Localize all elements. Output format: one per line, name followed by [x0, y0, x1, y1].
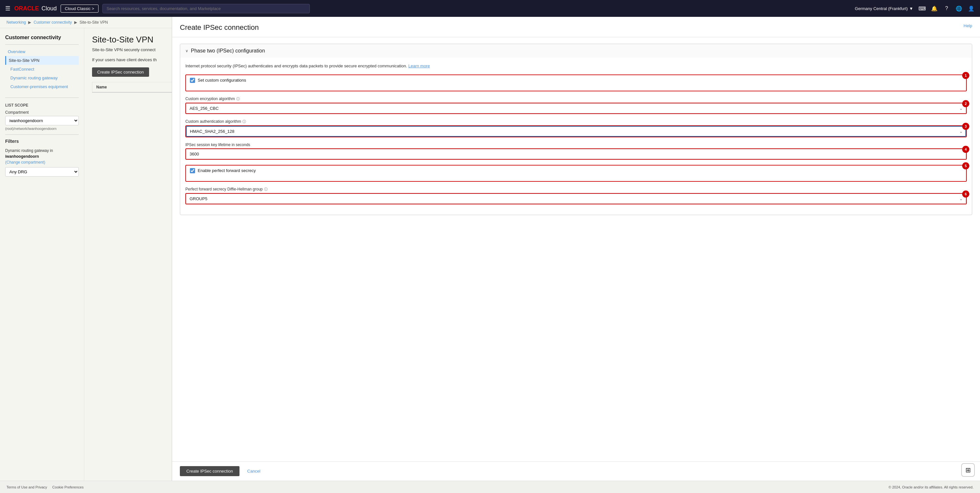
- sidebar-title: Customer connectivity: [5, 35, 79, 45]
- breadcrumb-current: Site-to-Site VPN: [80, 20, 108, 25]
- compartment-path: (root)/network/iwanhoogendoorn: [5, 127, 79, 130]
- step-badge-1: 1: [962, 72, 969, 79]
- session-key-label: IPSec session key lifetime in seconds: [185, 143, 967, 147]
- sidebar-link-cpe[interactable]: Customer-premises equipment: [10, 84, 68, 89]
- region-selector[interactable]: Germany Central (Frankfurt) ▼: [855, 6, 913, 11]
- pfs-label: Enable perfect forward secrecy: [198, 168, 256, 173]
- sidebar-link-drg[interactable]: Dynamic routing gateway: [10, 76, 58, 80]
- encryption-highlight: 2 AES_256_CBC: [185, 103, 967, 114]
- help-widget-icon: ⊞: [966, 466, 971, 474]
- pfs-highlight: 5 Enable perfect forward secrecy: [185, 165, 967, 182]
- cancel-button[interactable]: Cancel: [243, 466, 264, 476]
- encryption-info-icon: ⓘ: [236, 97, 240, 101]
- sidebar-link-fastconnect[interactable]: FastConnect: [10, 67, 34, 71]
- notification-icon[interactable]: 🔔: [931, 5, 938, 12]
- set-custom-label: Set custom configurations: [198, 78, 246, 82]
- breadcrumb-sep-2: ▶: [74, 20, 78, 25]
- create-ipsec-connection-button[interactable]: Create IPSec connection: [92, 67, 149, 77]
- oracle-text: ORACLE: [14, 5, 39, 12]
- dh-group-label: Perfect forward secrecy Diffie-Hellman g…: [185, 187, 967, 192]
- step-badge-6: 6: [962, 190, 969, 198]
- copyright-text: © 2024, Oracle and/or its affiliates. Al…: [889, 485, 974, 489]
- phase-two-content: Internet protocol security (IPSec) authe…: [180, 58, 972, 215]
- dh-group-group: Perfect forward secrecy Diffie-Hellman g…: [185, 187, 967, 204]
- step-badge-3: 3: [962, 123, 969, 130]
- dh-group-info-icon: ⓘ: [264, 187, 268, 192]
- oracle-logo: ORACLE Cloud: [14, 5, 57, 12]
- set-custom-checkbox-row: Set custom configurations: [190, 78, 962, 83]
- top-navigation: ☰ ORACLE Cloud Cloud Classic > Germany C…: [0, 0, 980, 17]
- sidebar: Customer connectivity Overview Site-to-S…: [0, 28, 84, 493]
- dh-group-highlight: 6 GROUP5: [185, 193, 967, 204]
- drg-info: Dynamic routing gateway in iwanhoogendoo…: [5, 148, 79, 165]
- auth-highlight: 3 HMAC_SHA2_256_128: [185, 125, 967, 137]
- drg-select[interactable]: Any DRG: [5, 167, 79, 176]
- sidebar-nav: Overview Site-to-Site VPN FastConnect Dy…: [5, 47, 79, 91]
- cloud-classic-button[interactable]: Cloud Classic >: [60, 5, 99, 13]
- step-badge-5: 5: [962, 162, 969, 170]
- ipsec-info-text: Internet protocol security (IPSec) authe…: [185, 63, 967, 69]
- auth-select-wrapper: HMAC_SHA2_256_128: [186, 126, 966, 137]
- sidebar-link-overview[interactable]: Overview: [8, 49, 25, 54]
- encryption-group: Custom encryption algorithm ⓘ 2 AES_256_…: [185, 97, 967, 114]
- sidebar-item-site-to-site-vpn[interactable]: Site-to-Site VPN: [5, 56, 79, 65]
- search-input[interactable]: [102, 4, 310, 13]
- topnav-right: Germany Central (Frankfurt) ▼ ⌨ 🔔 ? 🌐 👤: [855, 5, 975, 12]
- sidebar-item-drg[interactable]: Dynamic routing gateway: [5, 73, 79, 82]
- sidebar-item-fastconnect[interactable]: FastConnect: [5, 65, 79, 73]
- phase-two-header[interactable]: ∨ Phase two (IPSec) configuration: [180, 44, 972, 58]
- sidebar-divider-2: [5, 135, 79, 135]
- panel-body: ∨ Phase two (IPSec) configuration Intern…: [172, 37, 980, 461]
- user-avatar[interactable]: 👤: [968, 5, 975, 12]
- dh-group-select[interactable]: GROUP5: [186, 194, 966, 204]
- footer-links: Terms of Use and Privacy Cookie Preferen…: [6, 485, 84, 489]
- session-key-highlight: 4: [185, 148, 967, 160]
- create-ipsec-footer-button[interactable]: Create IPSec connection: [180, 466, 240, 476]
- step-badge-4: 4: [962, 146, 969, 153]
- step-badge-2: 2: [962, 100, 969, 107]
- auth-label: Custom authentication algorithm ⓘ: [185, 119, 967, 124]
- sidebar-item-cpe[interactable]: Customer-premises equipment: [5, 82, 79, 91]
- compartment-label: Compartment: [5, 110, 79, 115]
- auth-group: Custom authentication algorithm ⓘ 3 HMAC…: [185, 119, 967, 137]
- dh-group-select-wrapper: GROUP5: [186, 194, 966, 204]
- terms-link[interactable]: Terms of Use and Privacy: [6, 485, 47, 489]
- breadcrumb-customer-connectivity[interactable]: Customer connectivity: [34, 20, 72, 25]
- session-key-group: IPSec session key lifetime in seconds 4: [185, 143, 967, 160]
- encryption-select[interactable]: AES_256_CBC: [186, 103, 966, 113]
- drg-info-name: iwanhoogendoorn: [5, 154, 39, 159]
- phase-two-section: ∨ Phase two (IPSec) configuration Intern…: [180, 44, 972, 215]
- filters-label: Filters: [5, 139, 79, 144]
- page-footer: Terms of Use and Privacy Cookie Preferen…: [0, 481, 980, 493]
- breadcrumb-networking[interactable]: Networking: [6, 20, 26, 25]
- breadcrumb-sep-1: ▶: [28, 20, 32, 25]
- drg-change-compartment-link[interactable]: (Change compartment): [5, 160, 45, 165]
- pfs-checkbox[interactable]: [190, 168, 195, 173]
- list-scope-label: List scope: [5, 103, 79, 108]
- session-key-input[interactable]: [186, 149, 966, 159]
- create-ipsec-panel: Create IPSec connection Help ∨ Phase two…: [172, 17, 980, 481]
- encryption-select-wrapper: AES_256_CBC: [186, 103, 966, 113]
- sidebar-item-overview[interactable]: Overview: [5, 47, 79, 56]
- phase-two-chevron: ∨: [185, 49, 188, 53]
- compartment-select[interactable]: iwanhoogendoorn: [5, 116, 79, 125]
- auth-info-icon: ⓘ: [242, 119, 246, 124]
- pfs-checkbox-row: Enable perfect forward secrecy: [190, 168, 962, 173]
- panel-help-link[interactable]: Help: [964, 23, 972, 28]
- globe-icon[interactable]: 🌐: [955, 5, 963, 12]
- cloud-text: Cloud: [41, 5, 57, 12]
- help-icon[interactable]: ?: [943, 5, 950, 12]
- code-icon[interactable]: ⌨: [918, 5, 926, 12]
- auth-select[interactable]: HMAC_SHA2_256_128: [186, 126, 966, 137]
- menu-icon[interactable]: ☰: [5, 5, 10, 12]
- phase-two-title: Phase two (IPSec) configuration: [191, 48, 265, 54]
- panel-footer: Create IPSec connection Cancel: [172, 461, 980, 481]
- region-arrow-icon: ▼: [909, 6, 913, 11]
- set-custom-checkbox[interactable]: [190, 78, 195, 83]
- sidebar-link-site-to-site-vpn[interactable]: Site-to-Site VPN: [9, 58, 40, 63]
- cookies-link[interactable]: Cookie Preferences: [52, 485, 84, 489]
- region-label: Germany Central (Frankfurt): [855, 6, 908, 11]
- learn-more-link[interactable]: Learn more: [408, 63, 430, 68]
- help-widget[interactable]: ⊞: [961, 463, 975, 477]
- set-custom-highlight: 1 Set custom configurations: [185, 75, 967, 91]
